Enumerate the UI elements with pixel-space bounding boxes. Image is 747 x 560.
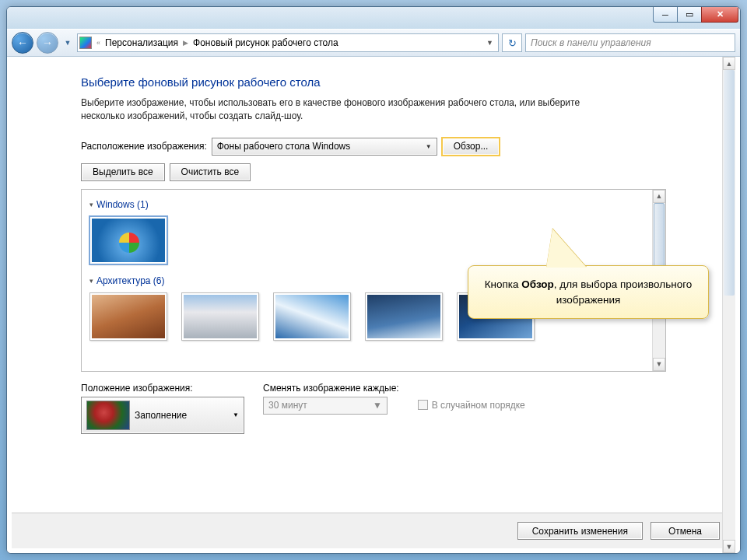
cancel-button[interactable]: Отмена bbox=[651, 522, 720, 540]
selection-buttons: Выделить все Очистить все bbox=[81, 163, 666, 181]
wallpaper-thumb[interactable] bbox=[181, 292, 259, 341]
chevron-down-icon: ▼ bbox=[373, 400, 382, 411]
group-label: Windows (1) bbox=[96, 199, 149, 210]
scroll-down-icon[interactable]: ▼ bbox=[723, 540, 735, 553]
back-button[interactable]: ← bbox=[12, 32, 33, 54]
footer-bar: Сохранить изменения Отмена bbox=[12, 513, 735, 548]
location-label: Расположение изображения: bbox=[81, 141, 207, 152]
content-area: ▲ ▼ Выберите фоновый рисунок рабочего ст… bbox=[7, 57, 740, 553]
callout-tail-icon bbox=[546, 229, 587, 268]
wallpaper-thumb[interactable]: ✓ bbox=[89, 216, 167, 264]
navigation-bar: ← → ▼ Персонализация ▶ Фоновый рисунок р… bbox=[7, 29, 740, 57]
forward-button[interactable]: → bbox=[37, 32, 58, 54]
thumb-image bbox=[92, 295, 165, 338]
minimize-button[interactable]: ─ bbox=[653, 7, 678, 23]
thumb-image bbox=[367, 295, 440, 338]
wallpaper-thumb[interactable] bbox=[89, 292, 167, 341]
chevron-down-icon: ▼ bbox=[426, 143, 432, 150]
thumb-image bbox=[275, 295, 349, 338]
thumb-image bbox=[92, 219, 165, 262]
group-label: Архитектура (6) bbox=[96, 275, 165, 286]
select-all-button[interactable]: Выделить все bbox=[81, 163, 165, 181]
position-dropdown[interactable]: Заполнение ▼ bbox=[81, 397, 244, 434]
random-checkbox bbox=[418, 400, 428, 410]
collapse-icon: ▾ bbox=[89, 201, 93, 208]
thumb-image bbox=[184, 295, 257, 338]
wallpaper-thumb[interactable] bbox=[365, 292, 443, 341]
scroll-up-icon[interactable]: ▲ bbox=[653, 190, 665, 203]
interval-label: Сменять изображение каждые: bbox=[263, 383, 399, 394]
close-button[interactable]: ✕ bbox=[701, 7, 738, 23]
collapse-icon: ▾ bbox=[89, 277, 93, 285]
wallpaper-thumb[interactable] bbox=[273, 292, 351, 341]
maximize-button[interactable]: ▭ bbox=[677, 7, 702, 23]
group-header-windows[interactable]: ▾ Windows (1) bbox=[89, 199, 644, 210]
browse-button[interactable]: Обзор... bbox=[442, 138, 500, 156]
bottom-options: Положение изображения: Заполнение ▼ Смен… bbox=[81, 383, 666, 434]
page-title: Выберите фоновый рисунок рабочего стола bbox=[81, 75, 666, 89]
titlebar: ─ ▭ ✕ bbox=[7, 7, 740, 29]
chevron-down-icon: ▼ bbox=[233, 411, 239, 418]
breadcrumb-current[interactable]: Фоновый рисунок рабочего стола bbox=[193, 37, 338, 48]
scroll-down-icon[interactable]: ▼ bbox=[653, 358, 665, 371]
page-description: Выберите изображение, чтобы использовать… bbox=[81, 96, 626, 124]
interval-dropdown: 30 минут ▼ bbox=[263, 397, 388, 415]
random-label: В случайном порядке bbox=[432, 400, 525, 411]
position-preview-icon bbox=[86, 401, 130, 430]
interval-value: 30 минут bbox=[268, 400, 307, 411]
address-dropdown-icon[interactable]: ▼ bbox=[483, 39, 496, 47]
search-input[interactable]: Поиск в панели управления bbox=[525, 33, 735, 52]
history-chevron-icon[interactable]: ▼ bbox=[61, 39, 74, 47]
refresh-button[interactable]: ↻ bbox=[502, 33, 522, 52]
callout-bold: Обзор bbox=[521, 278, 554, 290]
location-dropdown[interactable]: Фоны рабочего стола Windows ▼ bbox=[212, 138, 437, 156]
callout-tooltip: Кнопка Обзор, для выбора произвольного и… bbox=[468, 265, 709, 319]
position-label: Положение изображения: bbox=[81, 383, 244, 394]
location-value: Фоны рабочего стола Windows bbox=[217, 141, 351, 152]
random-order-row: В случайном порядке bbox=[418, 400, 525, 411]
control-panel-window: ─ ▭ ✕ ← → ▼ Персонализация ▶ Фоновый рис… bbox=[6, 6, 741, 554]
callout-text: , для выбора произвольного изображения bbox=[554, 278, 693, 306]
chevron-right-icon: ▶ bbox=[181, 39, 191, 47]
breadcrumb-root-icon bbox=[94, 39, 103, 47]
main-content: Выберите фоновый рисунок рабочего стола … bbox=[7, 57, 740, 513]
location-row: Расположение изображения: Фоны рабочего … bbox=[81, 138, 666, 156]
breadcrumb-parent[interactable]: Персонализация bbox=[105, 37, 178, 48]
callout-text: Кнопка bbox=[485, 278, 522, 290]
position-value: Заполнение bbox=[135, 410, 187, 421]
save-button[interactable]: Сохранить изменения bbox=[517, 522, 643, 540]
personalization-icon bbox=[79, 37, 92, 49]
address-bar[interactable]: Персонализация ▶ Фоновый рисунок рабочег… bbox=[77, 33, 499, 52]
clear-all-button[interactable]: Очистить все bbox=[170, 163, 251, 181]
